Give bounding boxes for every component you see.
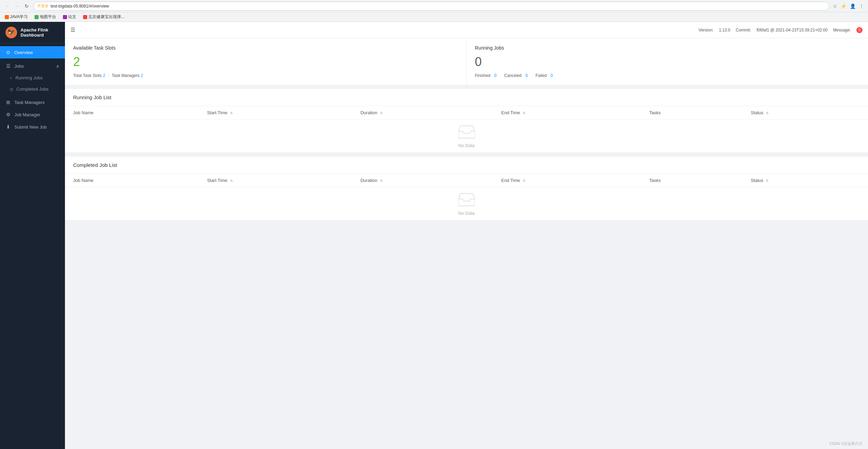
jobs-icon: ☰ (5, 63, 11, 69)
col-start-time-2[interactable]: Start Time ⇅ (199, 174, 352, 187)
sidebar-item-job-manager[interactable]: ⚙ Job Manager (0, 108, 65, 121)
sidebar-overview-label: Overview (14, 50, 33, 55)
completed-jobs-icon: ◷ (10, 87, 13, 92)
col-end-time-1-label: End Time (501, 110, 520, 115)
version-label: Version: (699, 28, 713, 32)
message-label: Message: (833, 28, 851, 32)
sidebar-item-completed-jobs[interactable]: ◷ Completed Jobs (0, 83, 65, 95)
col-end-time-2[interactable]: End Time ⇅ (493, 174, 641, 187)
sidebar-item-running-jobs[interactable]: ○ Running Jobs (0, 72, 65, 83)
completed-job-list-header: Completed Job List (65, 157, 868, 174)
running-jobs-footer: Finished 0 Canceled 0 Failed (475, 73, 860, 78)
forward-button[interactable]: → (13, 2, 21, 10)
col-start-time-1[interactable]: Start Time ⇅ (199, 106, 352, 120)
address-bar[interactable]: 不安全 test-bigdata-05:8081/#/overview (34, 2, 829, 11)
bookmark-paper-label: 论文 (68, 14, 76, 20)
col-job-name-2: Job Name (65, 174, 199, 187)
sort-icon-end-2: ⇅ (523, 179, 525, 183)
footer-text: CSDN ©左边有只汪 (829, 441, 863, 446)
sort-icon-status-1: ⇅ (766, 111, 769, 115)
completed-job-list-section: Completed Job List Job Name Start Time ⇅ (65, 157, 868, 220)
app-container: 🦅 Apache Flink Dashboard ⊙ Overview ☰ Jo… (0, 22, 868, 449)
completed-job-table: Job Name Start Time ⇅ Duration ⇅ (65, 174, 868, 220)
sidebar-sub-items: ○ Running Jobs ◷ Completed Jobs (0, 72, 65, 95)
col-duration-2[interactable]: Duration ⇅ (352, 174, 493, 187)
bookmark-health-icon (83, 15, 87, 19)
available-task-slots-title: Available Task Slots (73, 45, 458, 51)
total-task-slots-group: Total Task Slots 2 (73, 73, 105, 78)
task-managers-label: Task Managers (112, 73, 139, 78)
task-managers-icon: ⊞ (5, 100, 11, 105)
profile-icon[interactable]: 👤 (849, 3, 856, 10)
col-tasks-1: Tasks (641, 106, 743, 120)
browser-bar: ← → ↻ 不安全 test-bigdata-05:8081/#/overvie… (0, 0, 868, 12)
bookmark-java[interactable]: JAVA学习 (3, 13, 29, 21)
extension-icon[interactable]: ⚡ (840, 3, 847, 10)
version-value: 1.13.0 (719, 28, 730, 32)
main-inner: Available Task Slots 2 Total Task Slots … (65, 38, 868, 438)
running-jobs-value: 0 (475, 55, 860, 69)
overview-icon: ⊙ (5, 50, 11, 55)
sidebar-item-submit-new-job[interactable]: ⬇ Submit New Job (0, 121, 65, 133)
task-managers-group: Task Managers 2 (112, 73, 143, 78)
bookmark-map[interactable]: 地图平台 (33, 13, 57, 21)
menu-icon[interactable]: ⋮ (858, 3, 865, 10)
bookmark-health-label: 北京健康宝出现弹... (88, 14, 124, 20)
col-tasks-2: Tasks (641, 174, 743, 187)
completed-job-no-data-row: No Data (65, 187, 868, 220)
finished-label: Finished (475, 73, 490, 78)
sidebar-completed-jobs-label: Completed Jobs (16, 87, 49, 92)
col-job-name-1: Job Name (65, 106, 199, 120)
bookmark-health[interactable]: 北京健康宝出现弹... (82, 13, 126, 21)
completed-no-data-icon (458, 192, 475, 208)
col-status-1[interactable]: Status ⇅ (743, 106, 868, 120)
finished-group: Finished 0 (475, 73, 496, 78)
sidebar-jobs-header[interactable]: ☰ Jobs ∧ (0, 60, 65, 72)
bookmark-map-icon (35, 15, 39, 19)
col-status-2[interactable]: Status ⇅ (743, 174, 868, 187)
running-job-list-header: Running Job List (65, 89, 868, 106)
refresh-button[interactable]: ↻ (23, 2, 31, 10)
available-task-slots-card: Available Task Slots 2 Total Task Slots … (65, 38, 466, 85)
col-duration-2-label: Duration (360, 178, 377, 183)
running-job-table-head: Job Name Start Time ⇅ Duration ⇅ (65, 106, 868, 120)
sort-icon-duration-2: ⇅ (380, 179, 383, 183)
bookmark-paper[interactable]: 论文 (62, 13, 78, 21)
back-button[interactable]: ← (3, 2, 12, 10)
col-end-time-2-label: End Time (501, 178, 520, 183)
sidebar-submit-job-label: Submit New Job (14, 124, 47, 130)
running-no-data-icon (458, 124, 475, 140)
running-jobs-card: Running Jobs 0 Finished 0 Canceled 0 (466, 38, 868, 85)
sidebar-item-overview[interactable]: ⊙ Overview (0, 46, 65, 58)
sidebar-job-manager-label: Job Manager (14, 112, 40, 117)
submit-job-icon: ⬇ (5, 124, 11, 130)
col-end-time-1[interactable]: End Time ⇅ (493, 106, 641, 120)
total-task-slots-value[interactable]: 2 (103, 73, 105, 78)
sort-icon-duration-1: ⇅ (380, 111, 383, 115)
finished-value[interactable]: 0 (494, 73, 497, 78)
header-menu-button[interactable]: ☰ (70, 27, 75, 33)
bookmark-icon[interactable]: ☆ (832, 3, 838, 10)
jobs-chevron-icon: ∧ (56, 64, 59, 69)
running-jobs-title: Running Jobs (475, 45, 860, 51)
sidebar-nav: ⊙ Overview ☰ Jobs ∧ ○ Running Jobs (0, 43, 65, 449)
running-job-list-section: Running Job List Job Name Start Time ⇅ D (65, 89, 868, 153)
col-duration-1-label: Duration (360, 110, 377, 115)
col-start-time-2-label: Start Time (207, 178, 227, 183)
failed-group: Failed 0 (535, 73, 553, 78)
commit-label: Commit: (736, 28, 751, 32)
sidebar-logo-text: Apache Flink Dashboard (21, 27, 59, 38)
sort-icon-start-1: ⇅ (230, 111, 233, 115)
canceled-value[interactable]: 0 (525, 73, 528, 78)
sidebar-logo: 🦅 Apache Flink Dashboard (0, 22, 65, 43)
sidebar-item-task-managers[interactable]: ⊞ Task Managers (0, 96, 65, 108)
bookmark-map-label: 地图平台 (40, 14, 56, 20)
failed-value[interactable]: 0 (551, 73, 553, 78)
commit-value: f06faf1 @ 2021-04-23T15:39:21+02:00 (757, 28, 828, 32)
col-duration-1[interactable]: Duration ⇅ (352, 106, 493, 120)
completed-no-data-text: No Data (73, 211, 860, 216)
available-task-slots-footer: Total Task Slots 2 | Task Managers 2 (73, 73, 458, 78)
completed-job-no-data-cell: No Data (65, 187, 868, 220)
sidebar-running-jobs-label: Running Jobs (15, 75, 43, 80)
task-managers-value[interactable]: 2 (141, 73, 143, 78)
